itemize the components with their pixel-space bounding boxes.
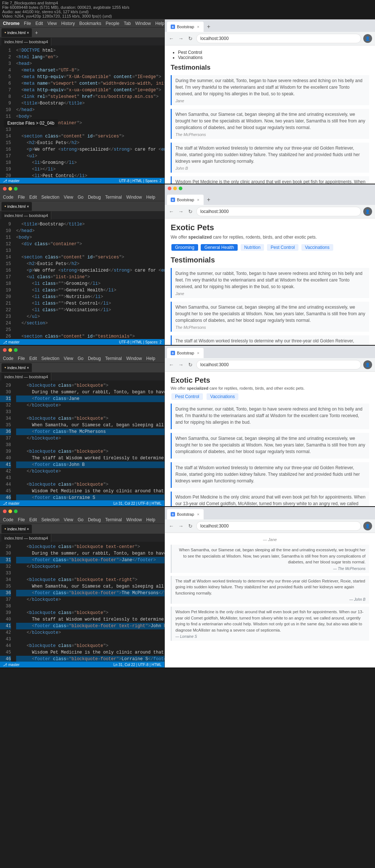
code-m4[interactable]: Code — [3, 517, 14, 522]
service-pest-1: Pest Control — [178, 50, 369, 55]
code-content-2[interactable]: <title>Bootstrap</title> </head> <body> … — [13, 220, 164, 339]
view-m4[interactable]: View — [64, 517, 73, 522]
term-m4[interactable]: Terminal — [105, 517, 122, 522]
debug-menu-2[interactable]: Debug — [88, 195, 101, 200]
file-m4[interactable]: File — [18, 517, 25, 522]
browser-tab-2[interactable]: B Bootstrap × — [167, 195, 204, 205]
code-m3[interactable]: Code — [3, 356, 14, 361]
menu-bookmarks[interactable]: Bookmarks — [79, 21, 101, 26]
selection-menu-2[interactable]: Selection — [41, 195, 59, 200]
tab-close-b4[interactable]: × — [197, 512, 199, 516]
url-input-4[interactable] — [196, 521, 361, 531]
file-tab-1[interactable]: ● index.html × — [1, 28, 32, 37]
sel-m4[interactable]: Selection — [41, 517, 59, 522]
code-content-1[interactable]: <!DOCTYPE html> <html lang="en"> <head> … — [13, 46, 164, 178]
window-menu-2[interactable]: Window — [126, 195, 142, 200]
browser-tab-bootstrap-1[interactable]: B Bootstrap × — [167, 22, 204, 32]
help-menu-2[interactable]: Help — [146, 195, 155, 200]
sel-m3[interactable]: Selection — [41, 356, 59, 361]
terminal-menu-2[interactable]: Terminal — [105, 195, 122, 200]
browser-tab-3[interactable]: B Bootstrap × — [167, 348, 204, 358]
menu-edit[interactable]: Edit — [36, 21, 43, 26]
win-m3[interactable]: Window — [126, 356, 142, 361]
menu-view[interactable]: View — [47, 21, 57, 26]
refresh-btn-1[interactable]: ↻ — [187, 35, 194, 42]
testi-item-3-2: When Samantha, our Siamese cat, began sl… — [171, 433, 369, 459]
help-m4[interactable]: Help — [146, 517, 155, 522]
new-browser-tab-1[interactable]: + — [204, 22, 213, 32]
service-vax-1: Vaccinations — [178, 55, 369, 60]
min-btn-3[interactable] — [8, 348, 12, 352]
tab-close-b2[interactable]: × — [197, 198, 199, 202]
back-btn-1[interactable]: ← — [168, 35, 175, 42]
browser-tab-4[interactable]: B Bootstrap × — [167, 509, 204, 519]
go-menu-2[interactable]: Go — [78, 195, 83, 200]
forward-b2[interactable]: → — [177, 208, 185, 215]
help-m3[interactable]: Help — [146, 356, 155, 361]
testimonial-footer-1: Jane — [175, 99, 365, 103]
pest-vax-3: Pest Control Vaccinations — [171, 393, 369, 401]
file-m3[interactable]: File — [18, 356, 25, 361]
url-input-1[interactable] — [196, 34, 361, 43]
dbg-m4[interactable]: Debug — [88, 517, 101, 522]
new-tab-b2[interactable]: + — [204, 195, 213, 205]
dbg-m3[interactable]: Debug — [88, 356, 101, 361]
edit-menu-2[interactable]: Edit — [29, 195, 37, 200]
user-avatar-4[interactable]: 👤 — [363, 522, 372, 530]
code-content-4[interactable]: <blockquote class="blockquote text-cente… — [13, 542, 164, 662]
testimonial-2: When Samantha, our Siamese cat, began sl… — [171, 109, 369, 139]
code-menu-2[interactable]: Code — [3, 195, 14, 200]
refresh-b4[interactable]: ↻ — [187, 522, 194, 530]
close-b2[interactable] — [168, 187, 171, 190]
tab-label-4: Bootstrap — [177, 512, 194, 516]
back-b4[interactable]: ← — [168, 522, 175, 530]
tab-close-b3[interactable]: × — [197, 351, 199, 355]
code-content-3[interactable]: <blockquote class="blockquote"> During t… — [13, 381, 164, 500]
refresh-b2[interactable]: ↻ — [187, 208, 194, 215]
refresh-b3[interactable]: ↻ — [187, 361, 194, 368]
url-input-2[interactable] — [196, 207, 361, 216]
forward-btn-1[interactable]: → — [177, 35, 185, 42]
term-m3[interactable]: Terminal — [105, 356, 122, 361]
forward-b4[interactable]: → — [177, 522, 185, 530]
forward-b3[interactable]: → — [177, 361, 185, 368]
back-b2[interactable]: ← — [168, 208, 175, 215]
file-menu-2[interactable]: File — [18, 195, 25, 200]
user-avatar-2[interactable]: 👤 — [363, 207, 372, 216]
min-btn-4[interactable] — [8, 510, 12, 513]
go-m4[interactable]: Go — [78, 517, 83, 522]
menu-file[interactable]: File — [24, 21, 31, 26]
close-btn-3[interactable] — [3, 348, 7, 352]
view-menu-2[interactable]: View — [64, 195, 73, 200]
max-btn-4[interactable] — [14, 510, 18, 513]
testimonials-title-2: Testimonials — [171, 256, 369, 264]
max-btn-2[interactable] — [14, 187, 18, 191]
tab-close-1[interactable]: × — [197, 25, 199, 29]
max-b2[interactable] — [179, 187, 182, 190]
close-btn-4[interactable] — [3, 510, 7, 513]
user-avatar-3[interactable]: 👤 — [363, 360, 372, 369]
code-area-4: 2930313233 3435363738 3940414243 4445464… — [0, 542, 164, 662]
min-b2[interactable] — [173, 187, 177, 190]
win-m4[interactable]: Window — [126, 517, 142, 522]
menu-help[interactable]: Help — [155, 21, 164, 26]
close-btn-2[interactable] — [3, 187, 7, 191]
file-tab-3[interactable]: ● index.html × — [1, 363, 32, 372]
go-m3[interactable]: Go — [78, 356, 83, 361]
min-btn-2[interactable] — [8, 187, 12, 191]
view-m3[interactable]: View — [64, 356, 73, 361]
menu-history[interactable]: History — [61, 21, 75, 26]
back-b3[interactable]: ← — [168, 361, 175, 368]
menu-window[interactable]: Window — [135, 21, 151, 26]
chrome-menu-bar: Chrome File Edit View History Bookmarks … — [0, 19, 164, 27]
menu-people[interactable]: People — [106, 21, 119, 26]
file-tab-item-2[interactable]: ● index.html × — [1, 202, 32, 211]
edit-m3[interactable]: Edit — [29, 356, 37, 361]
user-avatar-1[interactable]: 👤 — [363, 34, 372, 43]
new-tab-btn-1[interactable]: + — [33, 30, 40, 36]
edit-m4[interactable]: Edit — [29, 517, 37, 522]
max-btn-3[interactable] — [14, 348, 18, 352]
file-tab-4[interactable]: ● index.html × — [1, 525, 32, 533]
menu-tab[interactable]: Tab — [124, 21, 131, 26]
url-input-3[interactable] — [196, 360, 361, 369]
